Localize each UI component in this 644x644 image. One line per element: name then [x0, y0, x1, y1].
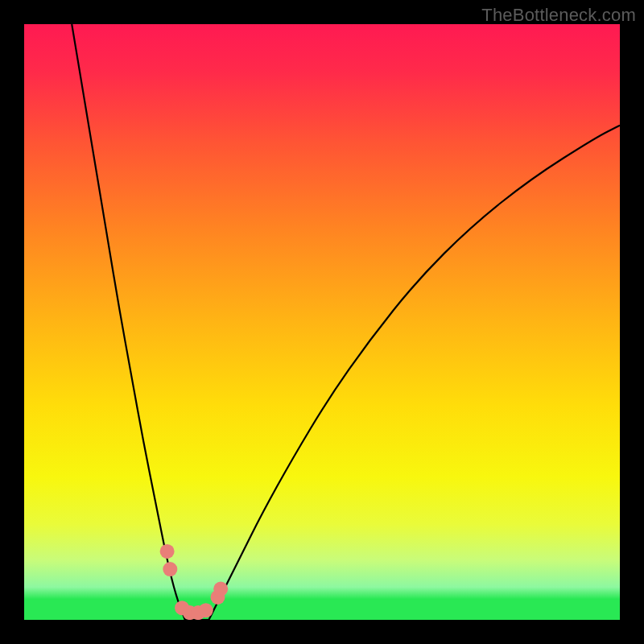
curve-marker [163, 562, 177, 576]
watermark-text: TheBottleneck.com [481, 5, 636, 26]
curve-marker [199, 603, 213, 617]
gradient-background [24, 24, 620, 620]
plot-area [24, 24, 620, 620]
green-band [24, 599, 620, 620]
chart-stage: TheBottleneck.com [0, 0, 644, 644]
curve-marker [160, 544, 175, 559]
curve-marker [213, 582, 228, 597]
chart-svg [24, 24, 620, 620]
